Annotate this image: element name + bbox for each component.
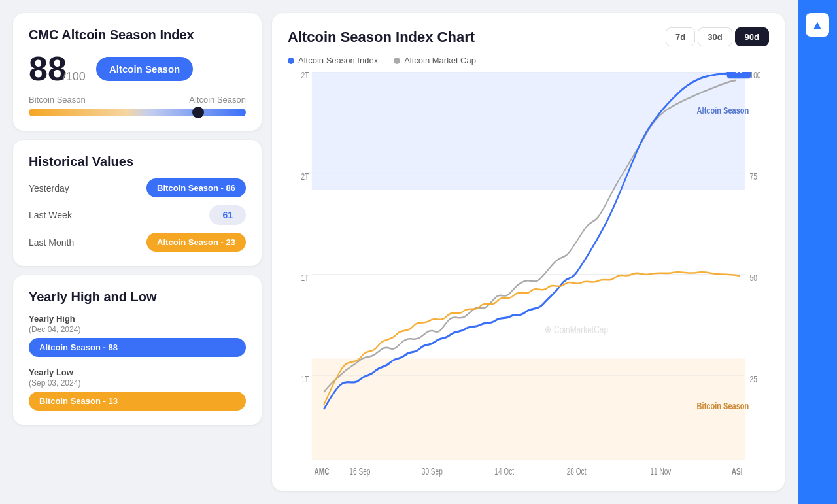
svg-text:2T: 2T	[301, 72, 309, 81]
chart-title: Altcoin Season Index Chart	[288, 29, 475, 46]
yesterday-badge: Bitcoin Season - 86	[146, 178, 246, 197]
yearly-low-row: Yearly Low (Sep 03, 2024) Bitcoin Season…	[29, 367, 246, 411]
score-max: /100	[63, 70, 86, 83]
svg-text:ASI: ASI	[732, 467, 743, 477]
season-bar	[29, 109, 246, 116]
legend-index-dot	[288, 58, 294, 64]
chart-legend: Altcoin Season Index Altcoin Market Cap	[288, 56, 769, 65]
score-value: 88	[29, 50, 67, 88]
yearly-high-date: (Dec 04, 2024)	[29, 325, 246, 334]
right-sidebar: ▲	[798, 0, 837, 504]
svg-text:25: 25	[750, 374, 757, 384]
lastweek-label: Last Week	[29, 210, 72, 220]
legend-marketcap-dot	[394, 58, 400, 64]
yearly-high-badge: Altcoin Season - 88	[29, 338, 246, 357]
score-card-title: CMC Altcoin Season Index	[29, 27, 246, 42]
svg-text:1T: 1T	[301, 374, 309, 384]
yearly-low-label: Yearly Low	[29, 367, 246, 377]
legend-marketcap-label: Altcoin Market Cap	[404, 56, 476, 65]
time-btn-30d[interactable]: 30d	[698, 27, 732, 46]
yearly-high-label: Yearly High	[29, 314, 246, 324]
yearly-title: Yearly High and Low	[29, 290, 246, 305]
svg-text:100: 100	[750, 72, 761, 81]
svg-text:1T: 1T	[301, 273, 309, 283]
season-bar-indicator	[192, 107, 204, 118]
yearly-card: Yearly High and Low Yearly High (Dec 04,…	[13, 275, 262, 425]
svg-text:AMC: AMC	[314, 467, 329, 477]
svg-rect-0	[312, 72, 745, 190]
yesterday-label: Yesterday	[29, 183, 69, 193]
lastmonth-badge: Altcoin Season - 23	[146, 233, 246, 252]
svg-text:Altcoin Season: Altcoin Season	[697, 105, 749, 116]
historical-title: Historical Values	[29, 154, 246, 169]
svg-text:30 Sep: 30 Sep	[422, 467, 443, 477]
svg-text:Bitcoin Season: Bitcoin Season	[697, 400, 749, 411]
sidebar-logo: ▲	[806, 13, 829, 37]
svg-text:28 Oct: 28 Oct	[567, 467, 587, 477]
chart-panel: Altcoin Season Index Chart 7d 30d 90d Al…	[272, 13, 785, 491]
bitcoin-season-label: Bitcoin Season	[29, 95, 86, 105]
lastmonth-label: Last Month	[29, 237, 74, 248]
historical-row-lastweek: Last Week 61	[29, 205, 246, 225]
historical-card: Historical Values Yesterday Bitcoin Seas…	[13, 140, 262, 266]
yearly-low-badge: Bitcoin Season - 13	[29, 392, 246, 411]
time-btn-90d[interactable]: 90d	[735, 27, 769, 46]
legend-index-label: Altcoin Season Index	[298, 56, 378, 65]
legend-marketcap: Altcoin Market Cap	[394, 56, 476, 65]
svg-text:11 Nov: 11 Nov	[650, 467, 672, 477]
svg-text:88: 88	[735, 72, 743, 75]
altcoin-season-label: Altcoin Season	[189, 95, 246, 105]
lastweek-badge: 61	[209, 205, 246, 225]
svg-text:14 Oct: 14 Oct	[494, 467, 514, 477]
svg-text:50: 50	[750, 273, 757, 283]
score-card: CMC Altcoin Season Index 88/100 Altcoin …	[13, 13, 262, 131]
sidebar-logo-icon: ▲	[811, 18, 824, 33]
time-btn-7d[interactable]: 7d	[666, 27, 695, 46]
svg-text:2T: 2T	[301, 171, 309, 182]
historical-row-lastmonth: Last Month Altcoin Season - 23	[29, 233, 246, 252]
chart-area: 2T 2T 1T 1T 100 75 50 25 16 Sep 30 Sep 1…	[288, 72, 769, 477]
chart-svg: 2T 2T 1T 1T 100 75 50 25 16 Sep 30 Sep 1…	[288, 72, 769, 477]
svg-text:16 Sep: 16 Sep	[349, 467, 370, 477]
historical-row-yesterday: Yesterday Bitcoin Season - 86	[29, 178, 246, 197]
yearly-low-date: (Sep 03, 2024)	[29, 378, 246, 388]
legend-index: Altcoin Season Index	[288, 56, 378, 65]
yearly-high-row: Yearly High (Dec 04, 2024) Altcoin Seaso…	[29, 314, 246, 357]
svg-rect-1	[312, 358, 745, 460]
current-season-badge: Altcoin Season	[96, 57, 193, 81]
svg-text:75: 75	[750, 171, 757, 182]
svg-text:⊕ CoinMarketCap: ⊕ CoinMarketCap	[545, 324, 608, 335]
time-buttons: 7d 30d 90d	[666, 27, 769, 46]
